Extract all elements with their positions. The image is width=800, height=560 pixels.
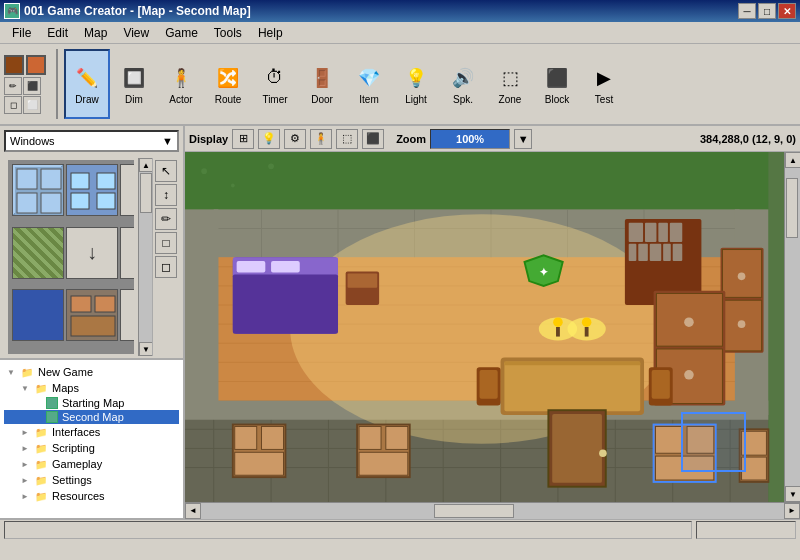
map-area: Display ⊞ 💡 ⚙ 🧍 ⬚ ⬛ Zoom 100% ▼ 384,288,… xyxy=(185,126,800,518)
tree-item-starting-map[interactable]: Starting Map xyxy=(4,396,179,410)
tile-arrow-down[interactable]: ↓ xyxy=(66,227,118,279)
test-icon: ▶ xyxy=(590,64,618,92)
windows-dropdown[interactable]: Windows ▼ xyxy=(4,130,179,152)
toolbar-tool-test[interactable]: ▶Test xyxy=(581,49,627,119)
toolbar-tool-zone[interactable]: ⬚Zone xyxy=(487,49,533,119)
menu-item-file[interactable]: File xyxy=(4,24,39,42)
tool-select[interactable]: ⬜ xyxy=(23,96,41,114)
toolbar-tool-dim[interactable]: 🔲Dim xyxy=(111,49,157,119)
toolbar-tool-actor[interactable]: 🧍Actor xyxy=(158,49,204,119)
tile-2[interactable] xyxy=(66,164,118,216)
side-tool-erase[interactable]: ◻ xyxy=(155,256,177,278)
scroll-down-arrow[interactable]: ▼ xyxy=(139,342,153,356)
zoom-dropdown[interactable]: ▼ xyxy=(514,129,532,149)
color-swatch-orange[interactable] xyxy=(26,55,46,75)
tile-arrow-up[interactable]: ↑ xyxy=(120,164,134,216)
tool-pencil[interactable]: ✏ xyxy=(4,77,22,95)
draw-tools: ✏ ⬛ ◻ ⬜ xyxy=(4,77,44,114)
toolbar-tool-timer[interactable]: ⏱Timer xyxy=(252,49,298,119)
svg-point-17 xyxy=(268,163,274,169)
tree-item-maps[interactable]: ▼📁Maps xyxy=(4,380,179,396)
status-bar xyxy=(0,518,800,540)
tile-window-brown[interactable] xyxy=(66,289,118,341)
map-canvas-area: ✦ xyxy=(185,152,800,502)
svg-point-78 xyxy=(738,272,746,280)
side-tool-2[interactable]: ↕ xyxy=(155,184,177,206)
hscroll-left-arrow[interactable]: ◄ xyxy=(185,503,201,519)
svg-rect-64 xyxy=(348,273,378,287)
map-canvas[interactable]: ✦ xyxy=(185,152,784,502)
zoom-input[interactable]: 100% xyxy=(430,129,510,149)
display-btn-blocks[interactable]: ⬛ xyxy=(362,129,384,149)
side-tool-1[interactable]: ↖ xyxy=(155,160,177,182)
color-swatch-brown[interactable] xyxy=(4,55,24,75)
menu-item-game[interactable]: Game xyxy=(157,24,206,42)
toolbar-tool-light[interactable]: 💡Light xyxy=(393,49,439,119)
tool-fill[interactable]: ⬛ xyxy=(23,77,41,95)
menu-item-tools[interactable]: Tools xyxy=(206,24,250,42)
menu-item-map[interactable]: Map xyxy=(76,24,115,42)
tool-eraser[interactable]: ◻ xyxy=(4,96,22,114)
svg-point-83 xyxy=(684,317,694,327)
svg-rect-74 xyxy=(673,244,683,261)
app-icon: 🎮 xyxy=(4,3,20,19)
menu-item-help[interactable]: Help xyxy=(250,24,291,42)
vscroll-thumb[interactable] xyxy=(786,178,798,238)
tile-section: ↑ ↓ ✏ xyxy=(4,158,179,356)
svg-rect-95 xyxy=(480,370,498,399)
toolbar-tool-route[interactable]: 🔀Route xyxy=(205,49,251,119)
tile-blue[interactable] xyxy=(12,289,64,341)
menu-item-edit[interactable]: Edit xyxy=(39,24,76,42)
tile-1[interactable] xyxy=(12,164,64,216)
tree-item-label: Interfaces xyxy=(52,426,100,438)
scroll-thumb[interactable] xyxy=(140,173,152,213)
svg-rect-1 xyxy=(17,169,37,189)
svg-rect-68 xyxy=(658,223,668,242)
tree-item-resources[interactable]: ►📁Resources xyxy=(4,488,179,504)
tree-item-interfaces[interactable]: ►📁Interfaces xyxy=(4,424,179,440)
vscroll-down-arrow[interactable]: ▼ xyxy=(785,486,800,502)
vscroll-up-arrow[interactable]: ▲ xyxy=(785,152,800,168)
toolbar-tool-spk[interactable]: 🔊Spk. xyxy=(440,49,486,119)
tree-item-new-game[interactable]: ▼📁New Game xyxy=(4,364,179,380)
svg-point-16 xyxy=(231,184,235,188)
tile-diagonal[interactable] xyxy=(12,227,64,279)
display-btn-zones[interactable]: ⬚ xyxy=(336,129,358,149)
chevron-down-icon: ▼ xyxy=(162,135,173,147)
tile-eraser[interactable]: ◻ xyxy=(120,289,134,341)
toolbar-tool-draw[interactable]: ✏️Draw xyxy=(64,49,110,119)
tree-panel: ▼📁New Game▼📁MapsStarting MapSecond Map►📁… xyxy=(0,358,183,518)
tree-item-scripting[interactable]: ►📁Scripting xyxy=(4,440,179,456)
close-button[interactable]: ✕ xyxy=(778,3,796,19)
display-btn-events[interactable]: ⚙ xyxy=(284,129,306,149)
side-tool-pencil[interactable]: ✏ xyxy=(155,208,177,230)
tree-item-settings[interactable]: ►📁Settings xyxy=(4,472,179,488)
hscroll-thumb[interactable] xyxy=(434,504,514,518)
display-bar: Display ⊞ 💡 ⚙ 🧍 ⬚ ⬛ Zoom 100% ▼ 384,288,… xyxy=(185,126,800,152)
folder-expand-icon: ► xyxy=(18,441,32,455)
toolbar-left: ✏ ⬛ ◻ ⬜ xyxy=(4,55,46,114)
side-tool-rect[interactable]: □ xyxy=(155,232,177,254)
tile-pencil[interactable]: ✏ xyxy=(120,227,134,279)
tree-item-gameplay[interactable]: ►📁Gameplay xyxy=(4,456,179,472)
minimize-button[interactable]: ─ xyxy=(738,3,756,19)
svg-rect-105 xyxy=(359,426,381,449)
display-btn-grid[interactable]: ⊞ xyxy=(232,129,254,149)
tree-item-second-map[interactable]: Second Map xyxy=(4,410,179,424)
scroll-up-arrow[interactable]: ▲ xyxy=(139,158,153,172)
folder-expand-icon: ► xyxy=(18,457,32,471)
svg-rect-2 xyxy=(41,169,61,189)
hscroll-right-arrow[interactable]: ► xyxy=(784,503,800,519)
display-btn-light[interactable]: 💡 xyxy=(258,129,280,149)
svg-rect-67 xyxy=(645,223,656,242)
toolbar-tool-item[interactable]: 💎Item xyxy=(346,49,392,119)
toolbar-tool-block[interactable]: ⬛Block xyxy=(534,49,580,119)
svg-rect-54 xyxy=(185,209,218,415)
tree-item-label: Maps xyxy=(52,382,79,394)
svg-point-110 xyxy=(599,449,607,457)
display-btn-actors[interactable]: 🧍 xyxy=(310,129,332,149)
menu-item-view[interactable]: View xyxy=(115,24,157,42)
maximize-button[interactable]: □ xyxy=(758,3,776,19)
toolbar-tool-door[interactable]: 🚪Door xyxy=(299,49,345,119)
tile-grid[interactable]: ↑ ↓ ✏ xyxy=(8,160,134,354)
